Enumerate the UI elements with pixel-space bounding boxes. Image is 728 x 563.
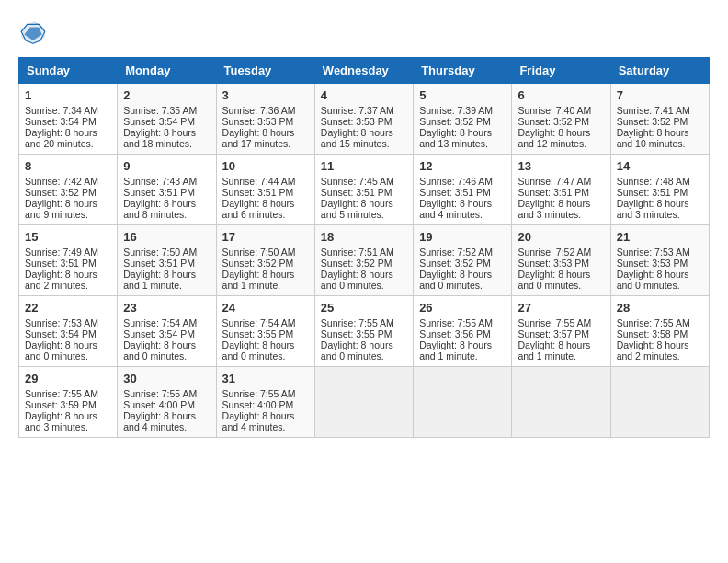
header-sunday: Sunday bbox=[19, 58, 118, 84]
daylight: Daylight: 8 hours and 0 minutes. bbox=[123, 339, 196, 362]
calendar-cell bbox=[314, 367, 413, 438]
day-number: 7 bbox=[617, 88, 703, 102]
day-number: 5 bbox=[419, 88, 506, 102]
daylight: Daylight: 8 hours and 2 minutes. bbox=[25, 269, 97, 291]
calendar-cell: 25Sunrise: 7:55 AMSunset: 3:55 PMDayligh… bbox=[314, 296, 413, 367]
calendar-cell: 27Sunrise: 7:55 AMSunset: 3:57 PMDayligh… bbox=[512, 296, 610, 367]
sunrise: Sunrise: 7:55 AM bbox=[617, 317, 690, 328]
daylight: Daylight: 8 hours and 0 minutes. bbox=[419, 269, 492, 291]
calendar-cell: 29Sunrise: 7:55 AMSunset: 3:59 PMDayligh… bbox=[19, 367, 118, 438]
day-number: 29 bbox=[25, 372, 111, 385]
week-row-1: 1Sunrise: 7:34 AMSunset: 3:54 PMDaylight… bbox=[19, 84, 710, 155]
sunrise: Sunrise: 7:55 AM bbox=[419, 317, 493, 328]
calendar-cell: 5Sunrise: 7:39 AMSunset: 3:52 PMDaylight… bbox=[414, 84, 512, 155]
week-row-3: 15Sunrise: 7:49 AMSunset: 3:51 PMDayligh… bbox=[19, 225, 710, 296]
day-number: 18 bbox=[321, 230, 407, 244]
calendar-cell: 14Sunrise: 7:48 AMSunset: 3:51 PMDayligh… bbox=[610, 155, 709, 225]
daylight: Daylight: 8 hours and 17 minutes. bbox=[222, 127, 295, 149]
sunrise: Sunrise: 7:54 AM bbox=[123, 317, 197, 328]
sunset: Sunset: 3:52 PM bbox=[419, 258, 491, 269]
sunrise: Sunrise: 7:53 AM bbox=[617, 247, 690, 258]
day-number: 9 bbox=[123, 159, 210, 173]
sunrise: Sunrise: 7:39 AM bbox=[419, 105, 493, 116]
sunrise: Sunrise: 7:44 AM bbox=[222, 176, 296, 187]
calendar-cell: 24Sunrise: 7:54 AMSunset: 3:55 PMDayligh… bbox=[216, 296, 314, 367]
daylight: Daylight: 8 hours and 0 minutes. bbox=[222, 339, 295, 362]
calendar-cell: 12Sunrise: 7:46 AMSunset: 3:51 PMDayligh… bbox=[414, 155, 512, 225]
calendar-cell: 7Sunrise: 7:41 AMSunset: 3:52 PMDaylight… bbox=[610, 84, 709, 155]
day-number: 4 bbox=[321, 88, 407, 102]
header-saturday: Saturday bbox=[610, 58, 709, 84]
calendar-cell: 3Sunrise: 7:36 AMSunset: 3:53 PMDaylight… bbox=[216, 84, 314, 155]
sunset: Sunset: 3:52 PM bbox=[617, 116, 688, 127]
sunrise: Sunrise: 7:41 AM bbox=[617, 105, 690, 116]
logo-icon bbox=[18, 18, 48, 48]
sunrise: Sunrise: 7:42 AM bbox=[25, 176, 98, 187]
day-number: 15 bbox=[25, 230, 111, 244]
daylight: Daylight: 8 hours and 4 minutes. bbox=[123, 410, 196, 432]
day-number: 21 bbox=[617, 230, 703, 244]
sunrise: Sunrise: 7:51 AM bbox=[321, 247, 394, 258]
calendar-cell: 18Sunrise: 7:51 AMSunset: 3:52 PMDayligh… bbox=[314, 225, 413, 296]
calendar-body: 1Sunrise: 7:34 AMSunset: 3:54 PMDaylight… bbox=[19, 84, 710, 438]
header-tuesday: Tuesday bbox=[216, 58, 314, 84]
sunset: Sunset: 3:58 PM bbox=[617, 328, 688, 339]
sunrise: Sunrise: 7:50 AM bbox=[222, 247, 296, 258]
sunrise: Sunrise: 7:36 AM bbox=[222, 105, 296, 116]
calendar-cell bbox=[512, 367, 610, 438]
sunrise: Sunrise: 7:48 AM bbox=[617, 176, 690, 187]
sunrise: Sunrise: 7:52 AM bbox=[518, 247, 591, 258]
day-number: 27 bbox=[518, 301, 604, 315]
calendar-cell: 21Sunrise: 7:53 AMSunset: 3:53 PMDayligh… bbox=[610, 225, 709, 296]
sunrise: Sunrise: 7:47 AM bbox=[518, 176, 591, 187]
calendar-cell: 10Sunrise: 7:44 AMSunset: 3:51 PMDayligh… bbox=[216, 155, 314, 225]
calendar-cell: 22Sunrise: 7:53 AMSunset: 3:54 PMDayligh… bbox=[19, 296, 118, 367]
calendar-cell: 2Sunrise: 7:35 AMSunset: 3:54 PMDaylight… bbox=[118, 84, 216, 155]
sunrise: Sunrise: 7:34 AM bbox=[25, 105, 98, 116]
sunset: Sunset: 3:51 PM bbox=[321, 187, 392, 198]
sunset: Sunset: 3:52 PM bbox=[419, 116, 491, 127]
page-header bbox=[18, 18, 710, 48]
sunset: Sunset: 3:53 PM bbox=[321, 116, 392, 127]
daylight: Daylight: 8 hours and 0 minutes. bbox=[518, 269, 590, 291]
sunrise: Sunrise: 7:55 AM bbox=[222, 388, 296, 399]
daylight: Daylight: 8 hours and 3 minutes. bbox=[518, 198, 590, 220]
week-row-5: 29Sunrise: 7:55 AMSunset: 3:59 PMDayligh… bbox=[19, 367, 710, 438]
day-number: 2 bbox=[123, 88, 210, 102]
day-number: 31 bbox=[222, 372, 309, 385]
sunset: Sunset: 3:54 PM bbox=[25, 328, 97, 339]
calendar-cell: 23Sunrise: 7:54 AMSunset: 3:54 PMDayligh… bbox=[118, 296, 216, 367]
day-number: 20 bbox=[518, 230, 604, 244]
sunset: Sunset: 3:52 PM bbox=[25, 187, 97, 198]
daylight: Daylight: 8 hours and 1 minute. bbox=[222, 269, 295, 291]
calendar-cell: 8Sunrise: 7:42 AMSunset: 3:52 PMDaylight… bbox=[19, 155, 118, 225]
sunset: Sunset: 3:51 PM bbox=[123, 258, 195, 269]
sunset: Sunset: 3:53 PM bbox=[518, 258, 589, 269]
sunrise: Sunrise: 7:40 AM bbox=[518, 105, 591, 116]
sunrise: Sunrise: 7:54 AM bbox=[222, 317, 296, 328]
sunset: Sunset: 3:52 PM bbox=[321, 258, 392, 269]
calendar-cell: 11Sunrise: 7:45 AMSunset: 3:51 PMDayligh… bbox=[314, 155, 413, 225]
sunrise: Sunrise: 7:55 AM bbox=[123, 388, 197, 399]
daylight: Daylight: 8 hours and 13 minutes. bbox=[419, 127, 492, 149]
calendar-cell: 31Sunrise: 7:55 AMSunset: 4:00 PMDayligh… bbox=[216, 367, 314, 438]
sunset: Sunset: 3:56 PM bbox=[419, 328, 491, 339]
day-number: 17 bbox=[222, 230, 309, 244]
sunset: Sunset: 3:52 PM bbox=[518, 116, 589, 127]
day-number: 26 bbox=[419, 301, 506, 315]
daylight: Daylight: 8 hours and 3 minutes. bbox=[25, 410, 97, 432]
sunrise: Sunrise: 7:50 AM bbox=[123, 247, 197, 258]
daylight: Daylight: 8 hours and 0 minutes. bbox=[321, 269, 393, 291]
day-number: 6 bbox=[518, 88, 604, 102]
week-row-2: 8Sunrise: 7:42 AMSunset: 3:52 PMDaylight… bbox=[19, 155, 710, 225]
day-number: 3 bbox=[222, 88, 309, 102]
sunrise: Sunrise: 7:37 AM bbox=[321, 105, 394, 116]
sunset: Sunset: 3:53 PM bbox=[617, 258, 688, 269]
calendar-cell: 9Sunrise: 7:43 AMSunset: 3:51 PMDaylight… bbox=[118, 155, 216, 225]
sunset: Sunset: 3:55 PM bbox=[321, 328, 392, 339]
week-row-4: 22Sunrise: 7:53 AMSunset: 3:54 PMDayligh… bbox=[19, 296, 710, 367]
sunset: Sunset: 3:55 PM bbox=[222, 328, 294, 339]
calendar-cell bbox=[414, 367, 512, 438]
daylight: Daylight: 8 hours and 8 minutes. bbox=[123, 198, 196, 220]
sunrise: Sunrise: 7:52 AM bbox=[419, 247, 493, 258]
